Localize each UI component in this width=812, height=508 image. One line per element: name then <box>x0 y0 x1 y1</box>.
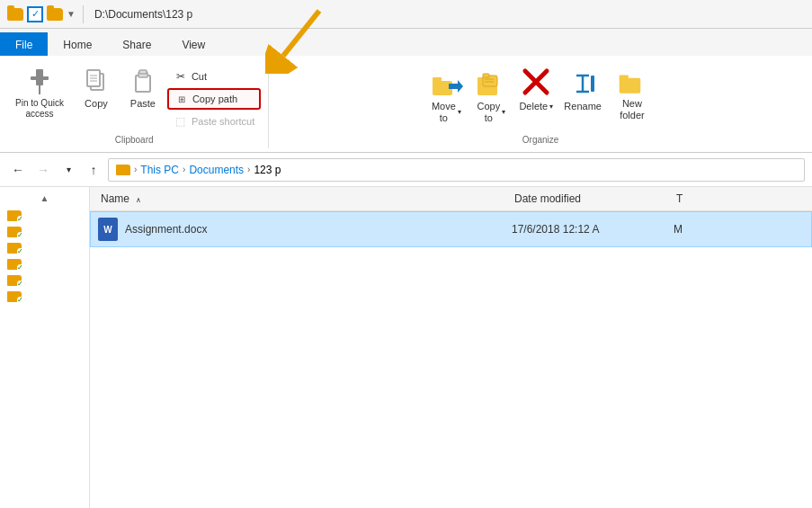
new-folder-button[interactable]: Newfolder <box>609 63 656 126</box>
back-button[interactable]: ← <box>7 159 29 181</box>
rename-button[interactable]: Rename <box>560 63 605 115</box>
clipboard-group-label: Clipboard <box>115 131 154 145</box>
sidebar-item-4[interactable] <box>4 257 85 272</box>
tab-view[interactable]: View <box>166 32 220 57</box>
organize-group: Move to ▾ <box>269 59 812 148</box>
file-list: Name ∧ Date modified T W Assignment.docx… <box>90 187 812 508</box>
file-name: Assignment.docx <box>125 223 512 236</box>
copy-to-label: Copyto ▾ <box>477 101 505 124</box>
breadcrumb-this-pc[interactable]: This PC <box>140 164 179 176</box>
svg-rect-12 <box>139 70 147 74</box>
organize-group-label: Organize <box>522 131 559 145</box>
sidebar-scroll-up[interactable]: ▲ <box>38 191 52 205</box>
move-to-dropdown-icon: ▾ <box>458 108 461 117</box>
file-list-header: Name ∧ Date modified T <box>90 187 812 211</box>
title-path: D:\Documents\123 p <box>94 8 192 21</box>
pin-to-quick-access-button[interactable]: Pin to Quickaccess <box>7 63 72 124</box>
copy-to-button[interactable]: Copyto ▾ <box>470 63 512 128</box>
breadcrumb-bar[interactable]: › This PC › Documents › 123 p <box>108 158 805 182</box>
word-file-icon: W <box>98 218 118 241</box>
sidebar-item-6[interactable] <box>4 290 85 304</box>
move-to-icon <box>429 67 463 101</box>
title-separator <box>83 5 84 23</box>
delete-button[interactable]: Delete ▾ <box>515 63 557 116</box>
copy-label: Copy <box>85 98 108 109</box>
delete-icon <box>519 67 553 101</box>
paste-shortcut-button[interactable]: ⬚ Paste shortcut <box>167 111 261 131</box>
copy-to-dropdown-icon: ▾ <box>502 108 505 117</box>
breadcrumb-arrow-1: › <box>134 165 137 174</box>
delete-dropdown-icon: ▾ <box>549 102 553 111</box>
scissors-icon: ✂ <box>174 69 188 84</box>
file-type: M <box>674 223 683 236</box>
sidebar-list <box>4 209 85 304</box>
ribbon: Pin to Quickaccess Copy <box>0 56 812 153</box>
breadcrumb-arrow-2: › <box>183 165 185 174</box>
sidebar-item-3[interactable] <box>4 241 85 255</box>
sidebar-item-5[interactable] <box>4 273 85 288</box>
nav-bar: ← → ▾ ↑ › This PC › Documents › 123 p <box>0 153 812 187</box>
forward-button[interactable]: → <box>32 159 54 181</box>
copy-path-icon: ⊞ <box>174 92 189 106</box>
table-row[interactable]: W Assignment.docx 17/6/2018 12:12 A M <box>90 211 812 247</box>
title-bar: ✓ ▼ D:\Documents\123 p <box>0 0 812 29</box>
copy-path-button[interactable]: ⊞ Copy path <box>167 88 261 110</box>
rename-label: Rename <box>564 101 602 111</box>
main-content: ▲ Name ∧ <box>0 187 812 508</box>
check-icon-title: ✓ <box>27 6 43 22</box>
tab-home[interactable]: Home <box>48 32 107 57</box>
folder-icon-title2 <box>47 8 63 21</box>
tab-file[interactable]: File <box>0 32 48 57</box>
move-to-button[interactable]: Move to ▾ <box>425 63 467 128</box>
sidebar-folder-icon-5 <box>7 275 22 286</box>
cut-button[interactable]: ✂ Cut <box>167 67 261 86</box>
paste-icon <box>129 67 157 96</box>
sort-indicator-name: ∧ <box>136 196 141 204</box>
svg-rect-29 <box>620 75 629 79</box>
folder-icon-title <box>7 8 23 21</box>
ribbon-tabs: File Home Share View <box>0 29 812 56</box>
sidebar-item-2[interactable] <box>4 225 85 239</box>
sidebar-folder-icon-4 <box>7 259 22 270</box>
pin-label: Pin to Quickaccess <box>15 98 64 120</box>
cut-label: Cut <box>192 71 207 82</box>
breadcrumb-current: 123 p <box>254 164 281 176</box>
sidebar-item-1[interactable] <box>4 209 85 223</box>
svg-rect-3 <box>31 76 49 80</box>
new-folder-icon <box>618 67 647 96</box>
svg-rect-27 <box>591 76 594 92</box>
pin-icon <box>25 67 54 96</box>
tab-share[interactable]: Share <box>107 32 166 57</box>
copy-icon <box>82 67 111 96</box>
clipboard-group: Pin to Quickaccess Copy <box>0 59 269 148</box>
breadcrumb-folder-icon <box>116 165 130 175</box>
sidebar-folder-icon-3 <box>7 243 22 254</box>
col-header-type[interactable]: T <box>665 191 737 207</box>
move-to-label: Move to ▾ <box>432 101 461 124</box>
svg-rect-28 <box>620 78 641 94</box>
up-button[interactable]: ↑ <box>83 159 104 181</box>
new-folder-label: Newfolder <box>620 98 645 121</box>
sidebar-folder-icon-1 <box>7 210 22 221</box>
col-header-date[interactable]: Date modified <box>504 191 665 207</box>
breadcrumb-documents[interactable]: Documents <box>189 164 244 176</box>
clipboard-small-buttons: ✂ Cut ⊞ Copy path ⬚ Paste shortcut <box>167 67 261 131</box>
paste-button[interactable]: Paste <box>120 63 165 113</box>
paste-shortcut-label: Paste shortcut <box>192 116 254 127</box>
svg-rect-19 <box>483 74 489 77</box>
paste-shortcut-icon: ⬚ <box>174 114 188 129</box>
rename-icon <box>566 67 600 101</box>
breadcrumb-arrow-3: › <box>247 165 250 174</box>
sidebar-folder-icon-6 <box>7 291 22 302</box>
svg-rect-14 <box>433 77 442 83</box>
sidebar-folder-icon-2 <box>7 227 22 237</box>
title-dropdown-arrow[interactable]: ▼ <box>67 9 76 19</box>
copy-path-label: Copy path <box>192 94 237 104</box>
copy-button[interactable]: Copy <box>74 63 119 113</box>
sidebar: ▲ <box>0 187 90 508</box>
recent-locations-button[interactable]: ▾ <box>58 159 79 181</box>
copy-to-icon <box>474 67 508 101</box>
col-header-name[interactable]: Name ∧ <box>90 191 504 207</box>
paste-label: Paste <box>130 98 156 109</box>
delete-label: Delete ▾ <box>519 101 553 112</box>
